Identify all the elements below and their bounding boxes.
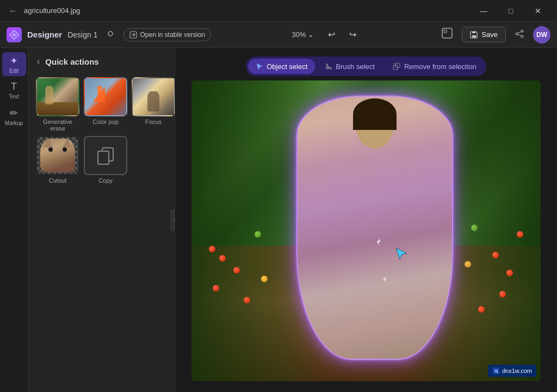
app-name: Designer [27, 30, 62, 39]
tool-text-label: Text [9, 94, 18, 99]
svg-point-10 [521, 35, 523, 38]
svg-point-13 [326, 67, 328, 69]
maximize-button[interactable]: □ [498, 0, 523, 22]
panel-header: ‹ Quick actions [28, 48, 175, 73]
appbar: Designer Design 1 Open in stable version… [0, 22, 557, 48]
object-select-icon [256, 63, 263, 70]
svg-rect-7 [472, 32, 475, 33]
quick-actions-panel: ‹ Quick actions Generative erase [28, 48, 175, 392]
tool-markup-label: Markup [5, 120, 23, 126]
panel-title: Quick actions [45, 57, 98, 66]
svg-point-8 [521, 30, 523, 32]
save-label: Save [481, 30, 498, 39]
main-layout: ✦ Edit T Text ✏ Markup ‹ Quick actions [0, 48, 557, 392]
qa-color-pop-thumb [84, 77, 127, 116]
tool-edit-label: Edit [9, 68, 18, 74]
minimize-button[interactable]: — [471, 0, 496, 22]
titlebar-back-btn[interactable]: ← [7, 4, 20, 18]
qa-focus-label: Focus [145, 119, 162, 125]
canvas-image[interactable]: 电 dnx1w.com [191, 80, 541, 381]
canvas-area[interactable]: Object select Brush select Remove from s… [175, 48, 557, 392]
remove-from-selection-btn[interactable]: Remove from selection [385, 59, 484, 74]
selection-handle-2 [380, 276, 390, 285]
brush-select-label: Brush select [336, 63, 375, 71]
appbar-right: Save DW [437, 25, 550, 44]
svg-point-2 [108, 32, 113, 36]
scene [191, 80, 541, 381]
qa-cutout-label: Cutout [49, 177, 66, 184]
svg-point-1 [13, 33, 16, 36]
close-button[interactable]: ✕ [525, 0, 550, 22]
qa-copy-label: Copy [98, 177, 113, 184]
brush-select-btn[interactable]: Brush select [317, 59, 382, 74]
qa-cutout[interactable]: Cutout [36, 136, 79, 184]
appbar-center: 30% ⌄ ↩ ↪ [216, 27, 431, 42]
titlebar-title: agriculture004.jpg [24, 7, 467, 15]
watermark-text: dnx1w.com [502, 368, 532, 374]
qa-copy[interactable]: Copy [84, 136, 127, 184]
remove-from-selection-label: Remove from selection [404, 63, 476, 71]
redo-button[interactable]: ↪ [345, 27, 361, 42]
selection-handle-1 [373, 237, 384, 248]
brush-select-icon [325, 63, 332, 70]
svg-rect-12 [98, 151, 109, 164]
avatar[interactable]: DW [533, 26, 550, 43]
text-icon: T [11, 81, 17, 92]
undo-button[interactable]: ↩ [324, 27, 339, 42]
object-select-label: Object select [267, 63, 307, 71]
tool-text-btn[interactable]: T Text [2, 78, 26, 102]
tool-markup-btn[interactable]: ✏ Markup [2, 104, 26, 128]
edit-icon: ✦ [10, 55, 18, 67]
quick-actions-grid: Generative erase Color pop [28, 73, 175, 188]
qa-focus-thumb [132, 77, 175, 116]
preview-button[interactable] [437, 25, 457, 44]
panel-back-btn[interactable]: ‹ [36, 55, 41, 67]
left-toolbar: ✦ Edit T Text ✏ Markup [0, 48, 28, 392]
qa-cutout-thumb [36, 136, 79, 175]
svg-point-9 [516, 33, 518, 35]
qa-generative-erase-thumb [36, 77, 79, 116]
zoom-control[interactable]: 30% ⌄ [288, 28, 318, 41]
object-select-btn[interactable]: Object select [248, 59, 315, 74]
project-name: Design 1 [67, 30, 97, 39]
panel-collapse-handle[interactable]: ‹ [170, 209, 175, 231]
open-stable-label: Open in stable version [140, 31, 205, 39]
copy-icon [96, 146, 115, 165]
svg-text:电: 电 [494, 369, 498, 373]
qa-color-pop[interactable]: Color pop [84, 77, 127, 132]
qa-focus[interactable]: Focus [132, 77, 175, 132]
watermark: 电 dnx1w.com [488, 365, 536, 377]
markup-icon: ✏ [10, 107, 18, 119]
cloud-icon-btn[interactable] [103, 27, 118, 42]
cursor-indicator [394, 246, 409, 265]
zoom-chevron-icon: ⌄ [308, 30, 314, 39]
svg-rect-4 [442, 28, 452, 38]
canvas-toolbar: Object select Brush select Remove from s… [246, 57, 486, 76]
save-button[interactable]: Save [462, 27, 506, 42]
titlebar: ← agriculture004.jpg — □ ✕ [0, 0, 557, 22]
qa-color-pop-label: Color pop [92, 119, 119, 125]
titlebar-controls: — □ ✕ [471, 0, 550, 22]
qa-generative-erase-label: Generative erase [36, 119, 79, 132]
remove-selection-icon [392, 62, 401, 71]
share-button[interactable] [510, 27, 529, 43]
qa-generative-erase[interactable]: Generative erase [36, 77, 79, 132]
svg-rect-6 [472, 35, 476, 38]
svg-rect-5 [444, 30, 447, 33]
qa-copy-thumb [84, 136, 127, 175]
app-logo [7, 27, 22, 42]
open-stable-button[interactable]: Open in stable version [123, 28, 211, 41]
tool-edit-btn[interactable]: ✦ Edit [2, 52, 26, 76]
zoom-level: 30% [292, 30, 306, 39]
